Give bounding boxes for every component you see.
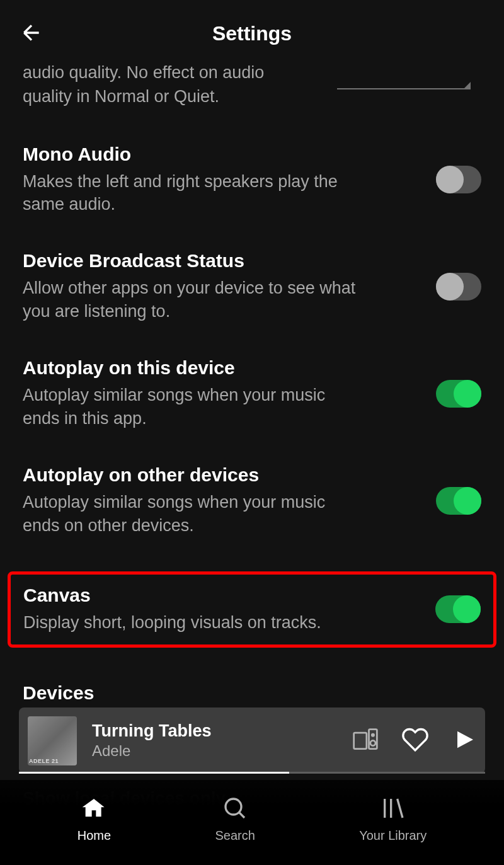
toggle-autoplay-other-devices[interactable] [436, 487, 481, 515]
svg-line-8 [397, 799, 402, 818]
mini-player[interactable]: ADELE 21 Turning Tables Adele [19, 707, 485, 774]
setting-description: Makes the left and right speakers play t… [23, 170, 357, 216]
setting-description: Allow other apps on your device to see w… [23, 277, 357, 323]
setting-title: Canvas [23, 585, 416, 606]
setting-title: Autoplay on other devices [23, 464, 417, 486]
play-icon[interactable] [451, 727, 476, 755]
section-header-devices: Devices [23, 682, 481, 704]
svg-line-5 [239, 813, 244, 818]
nav-home[interactable]: Home [77, 796, 111, 843]
page-title: Settings [19, 22, 485, 45]
volume-slider-track[interactable] [337, 88, 469, 89]
track-artist: Adele [92, 742, 352, 760]
setting-autoplay-other-devices: Autoplay on other devices Autoplay simil… [23, 464, 481, 537]
setting-description: Autoplay similar songs when your music e… [23, 384, 357, 430]
toggle-mono-audio[interactable] [436, 166, 481, 193]
setting-canvas: Canvas Display short, looping visuals on… [23, 585, 481, 634]
nav-library[interactable]: Your Library [359, 796, 427, 843]
svg-point-2 [372, 734, 374, 736]
search-icon [222, 796, 248, 823]
toggle-canvas[interactable] [435, 595, 481, 623]
track-title: Turning Tables [92, 721, 352, 741]
album-art: ADELE 21 [28, 716, 77, 765]
setting-description: Autoplay similar songs when your music e… [23, 491, 357, 537]
setting-autoplay-this-device: Autoplay on this device Autoplay similar… [23, 357, 481, 430]
setting-title: Mono Audio [23, 144, 417, 165]
library-icon [381, 796, 406, 823]
heart-icon[interactable] [401, 726, 429, 756]
partial-setting-description: audio quality. No effect on audio qualit… [23, 61, 300, 109]
progress-bar[interactable] [19, 772, 485, 774]
toggle-device-broadcast[interactable] [436, 273, 481, 301]
bottom-navigation: Home Search Your Library [0, 780, 504, 865]
nav-search[interactable]: Search [215, 796, 255, 843]
toggle-autoplay-this-device[interactable] [436, 380, 481, 408]
svg-rect-0 [354, 733, 367, 749]
home-icon [81, 796, 106, 823]
devices-icon[interactable] [352, 726, 379, 756]
svg-point-4 [226, 799, 241, 815]
setting-description: Display short, looping visuals on tracks… [23, 611, 357, 634]
setting-mono-audio: Mono Audio Makes the left and right spea… [23, 144, 481, 216]
back-button[interactable] [19, 20, 44, 48]
highlighted-setting-canvas: Canvas Display short, looping visuals on… [8, 571, 496, 647]
svg-point-3 [370, 740, 375, 745]
setting-title: Device Broadcast Status [23, 250, 417, 272]
setting-title: Autoplay on this device [23, 357, 417, 379]
setting-device-broadcast: Device Broadcast Status Allow other apps… [23, 250, 481, 323]
